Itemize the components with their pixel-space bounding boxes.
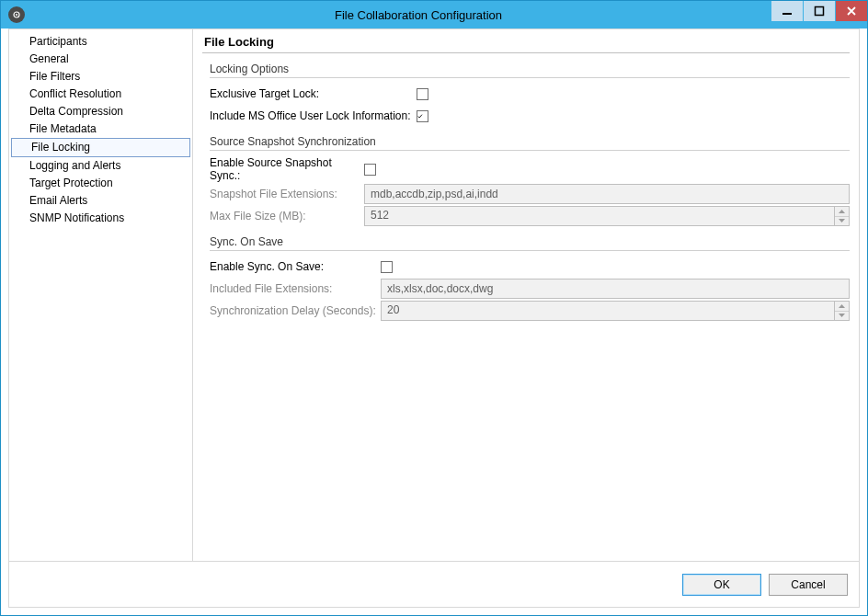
spin-down-icon[interactable]: [835, 312, 849, 321]
page-rule: [202, 52, 850, 53]
label-enable-snapshot-sync: Enable Source Snapshot Sync.:: [210, 156, 364, 182]
sidebar-item-target-protection[interactable]: Target Protection: [9, 175, 192, 192]
sidebar-item-general[interactable]: General: [9, 51, 192, 68]
checkbox-enable-sync-on-save[interactable]: [381, 261, 393, 273]
svg-marker-7: [839, 314, 845, 317]
checkbox-msoffice-lock-info[interactable]: [417, 110, 428, 122]
group-sync-on-save: Sync. On Save Enable Sync. On Save: Incl…: [210, 235, 850, 321]
main-panel: File Locking Locking Options Exclusive T…: [193, 29, 859, 561]
group-title-snapshot: Source Snapshot Synchronization: [210, 135, 850, 148]
group-title-syncsave: Sync. On Save: [210, 235, 850, 248]
group-source-snapshot: Source Snapshot Synchronization Enable S…: [210, 135, 850, 226]
ok-button[interactable]: OK: [682, 574, 761, 596]
minimize-button[interactable]: [771, 1, 803, 21]
svg-marker-4: [839, 210, 845, 213]
spin-down-icon[interactable]: [835, 217, 849, 226]
checkbox-enable-snapshot-sync[interactable]: [364, 164, 376, 176]
content-area: Participants General File Filters Confli…: [9, 29, 859, 561]
sidebar-item-snmp-notifications[interactable]: SNMP Notifications: [9, 210, 192, 227]
sidebar-item-logging-alerts[interactable]: Logging and Alerts: [9, 157, 192, 175]
spin-up-icon[interactable]: [835, 207, 849, 217]
sidebar-item-conflict-resolution[interactable]: Conflict Resolution: [9, 86, 192, 103]
button-bar: OK Cancel: [9, 561, 859, 607]
input-included-file-ext[interactable]: xls,xlsx,doc,docx,dwg: [381, 279, 850, 299]
svg-point-1: [16, 14, 17, 16]
label-sync-delay: Synchronization Delay (Seconds):: [210, 304, 381, 317]
label-exclusive-target-lock: Exclusive Target Lock:: [210, 87, 417, 100]
spinner-sync-delay[interactable]: 20: [381, 301, 850, 321]
spinner-sync-delay-value[interactable]: 20: [381, 301, 834, 321]
checkbox-exclusive-target-lock[interactable]: [417, 88, 428, 100]
spin-up-icon[interactable]: [835, 302, 849, 312]
svg-rect-2: [782, 13, 792, 15]
sidebar-item-email-alerts[interactable]: Email Alerts: [9, 192, 192, 210]
label-max-file-size: Max File Size (MB):: [210, 210, 364, 222]
sidebar-item-delta-compression[interactable]: Delta Compression: [9, 103, 192, 120]
sidebar-item-file-filters[interactable]: File Filters: [9, 68, 192, 86]
window-controls: [771, 1, 867, 21]
sidebar-item-file-metadata[interactable]: File Metadata: [9, 120, 192, 138]
group-title-locking: Locking Options: [210, 63, 850, 75]
dialog-window: File Collaboration Configuration Partici…: [0, 0, 868, 616]
svg-marker-5: [839, 219, 845, 222]
titlebar[interactable]: File Collaboration Configuration: [1, 1, 867, 29]
svg-marker-6: [839, 304, 845, 308]
window-title: File Collaboration Configuration: [25, 8, 867, 22]
input-snapshot-file-ext[interactable]: mdb,accdb,zip,psd,ai,indd: [364, 184, 850, 204]
page-title: File Locking: [202, 33, 850, 52]
sidebar-item-participants[interactable]: Participants: [9, 33, 192, 51]
sidebar: Participants General File Filters Confli…: [9, 29, 193, 561]
sidebar-item-file-locking[interactable]: File Locking: [11, 138, 190, 157]
dialog-body: Participants General File Filters Confli…: [8, 29, 860, 608]
group-locking-options: Locking Options Exclusive Target Lock: I…: [210, 63, 850, 126]
cancel-button[interactable]: Cancel: [769, 574, 848, 596]
svg-rect-3: [816, 7, 824, 16]
label-enable-sync-on-save: Enable Sync. On Save:: [210, 260, 381, 273]
label-snapshot-file-ext: Snapshot File Extensions:: [210, 188, 364, 200]
label-msoffice-lock-info: Include MS Office User Lock Information:: [210, 109, 417, 122]
app-icon: [8, 6, 25, 23]
spinner-max-file-size[interactable]: 512: [364, 206, 850, 226]
label-included-file-ext: Included File Extensions:: [210, 282, 381, 295]
maximize-button[interactable]: [804, 1, 835, 21]
spinner-max-file-size-value[interactable]: 512: [364, 206, 834, 226]
close-button[interactable]: [836, 1, 867, 21]
